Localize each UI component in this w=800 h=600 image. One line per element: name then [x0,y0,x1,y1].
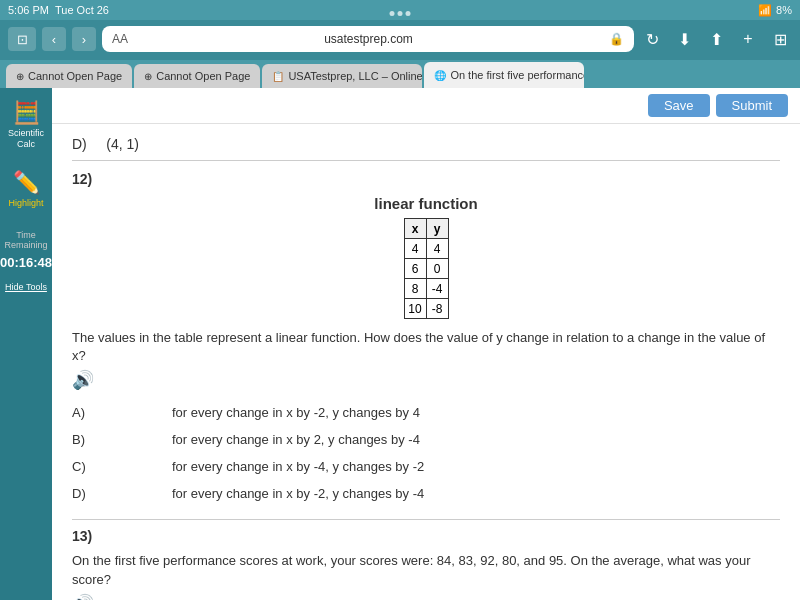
q12-number: 12) [72,171,780,187]
submit-button[interactable]: Submit [716,94,788,117]
tab3-label: USATestprep, LLC – Online Stati [288,70,422,82]
timer-display: TimeRemaining 00:16:48 [4,226,48,275]
nav-icons: ↻ ⬇ ⬆ + ⊞ [640,27,792,51]
q13-text: On the first five performance scores at … [72,552,780,588]
status-day: Tue Oct 26 [55,4,109,16]
tab-2[interactable]: ⊕ Cannot Open Page [134,64,260,88]
tab4-icon: 🌐 [434,70,446,81]
url-text: usatestprep.com [132,32,605,46]
q12-option-d[interactable]: D) for every change in x by -2, y change… [72,480,780,507]
table-header-y: y [426,219,448,239]
reload-icon[interactable]: ↻ [640,27,664,51]
address-text: AA [112,32,128,46]
highlight-icon: ✏️ [13,170,40,196]
prev-answer-row: D) (4, 1) [72,132,780,161]
q12-option-b-text: for every change in x by 2, y changes by… [172,432,780,447]
tab-1[interactable]: ⊕ Cannot Open Page [6,64,132,88]
main-area: 🧮 ScientificCalc ✏️ Highlight TimeRemain… [0,88,800,600]
share-icon[interactable]: ⬆ [704,27,728,51]
content-area: Save Submit D) (4, 1) 12) linear functio… [52,88,800,600]
table-header-x: x [404,219,426,239]
tab1-icon: ⊕ [16,71,24,82]
q12-option-b[interactable]: B) for every change in x by 2, y changes… [72,426,780,453]
table-cell: 8 [404,279,426,299]
back-button[interactable]: ‹ [42,27,66,51]
prev-answer-value: (4, 1) [106,136,139,152]
table-cell: 10 [404,299,426,319]
divider [72,519,780,520]
status-bar: 5:06 PM Tue Oct 26 📶 8% [0,0,800,20]
question-12-block: 12) linear function x y 4 4 [72,171,780,507]
time-remaining-label: TimeRemaining [4,230,47,252]
calculator-tool[interactable]: 🧮 ScientificCalc [4,96,48,154]
wifi-icon: 📶 [758,4,772,17]
status-left: 5:06 PM Tue Oct 26 [8,4,109,16]
q12-option-a-letter: A) [72,405,172,420]
status-time: 5:06 PM [8,4,49,16]
tab-4[interactable]: 🌐 On the first five performance sc [424,62,584,88]
sidebar-tools: 🧮 ScientificCalc ✏️ Highlight TimeRemain… [0,88,52,600]
table-cell: 4 [426,239,448,259]
forward-button[interactable]: › [72,27,96,51]
tab4-label: On the first five performance sc [450,69,584,81]
table-row: 8 -4 [404,279,448,299]
browser-chrome: ⊡ ‹ › AA usatestprep.com 🔒 ↻ ⬇ ⬆ + ⊞ [0,20,800,60]
q12-option-d-letter: D) [72,486,172,501]
highlight-label: Highlight [8,198,43,208]
hide-tools-button[interactable]: Hide Tools [5,282,47,292]
q13-number: 13) [72,528,780,544]
highlight-tool[interactable]: ✏️ Highlight [4,166,48,212]
table-cell: 4 [404,239,426,259]
address-bar[interactable]: AA usatestprep.com 🔒 [102,26,634,52]
calculator-icon: 🧮 [13,100,40,126]
q12-title: linear function [72,195,780,212]
calc-label: ScientificCalc [8,128,44,150]
prev-answer-letter: D) [72,136,87,152]
linear-function-table: x y 4 4 6 0 8 [404,218,449,319]
q12-option-b-letter: B) [72,432,172,447]
table-cell: 0 [426,259,448,279]
tab-3[interactable]: 📋 USATestprep, LLC – Online Stati [262,64,422,88]
timer-value: 00:16:48 [0,255,52,270]
tab2-icon: ⊕ [144,71,152,82]
tab2-label: Cannot Open Page [156,70,250,82]
tab1-label: Cannot Open Page [28,70,122,82]
table-cell: -8 [426,299,448,319]
nav-bar: ⊡ ‹ › AA usatestprep.com 🔒 ↻ ⬇ ⬆ + ⊞ [8,26,792,52]
new-tab-icon[interactable]: + [736,27,760,51]
status-right: 📶 8% [758,4,792,17]
q12-option-a-text: for every change in x by -2, y changes b… [172,405,780,420]
table-cell: 6 [404,259,426,279]
tab3-icon: 📋 [272,71,284,82]
lock-icon: 🔒 [609,32,624,46]
q12-option-c[interactable]: C) for every change in x by -4, y change… [72,453,780,480]
battery-indicator: 8% [776,4,792,16]
download-icon[interactable]: ⬇ [672,27,696,51]
q12-option-c-text: for every change in x by -4, y changes b… [172,459,780,474]
q12-text: The values in the table represent a line… [72,329,780,365]
audio-icon: 🔊 [72,369,94,391]
save-button[interactable]: Save [648,94,710,117]
questions-body: D) (4, 1) 12) linear function x y [52,124,800,600]
q13-audio-icon: 🔊 [72,593,94,600]
table-row: 6 0 [404,259,448,279]
q12-option-c-letter: C) [72,459,172,474]
q12-audio-button[interactable]: 🔊 [72,369,94,391]
tabs-bar: ⊕ Cannot Open Page ⊕ Cannot Open Page 📋 … [0,60,800,88]
question-13-block: 13) On the first five performance scores… [72,528,780,600]
q13-audio-button[interactable]: 🔊 [72,593,94,600]
grid-icon[interactable]: ⊞ [768,27,792,51]
q12-option-d-text: for every change in x by -2, y changes b… [172,486,780,501]
q12-option-a[interactable]: A) for every change in x by -2, y change… [72,399,780,426]
table-row: 10 -8 [404,299,448,319]
sidebar-toggle-button[interactable]: ⊡ [8,27,36,51]
action-bar: Save Submit [52,88,800,124]
table-row: 4 4 [404,239,448,259]
table-cell: -4 [426,279,448,299]
